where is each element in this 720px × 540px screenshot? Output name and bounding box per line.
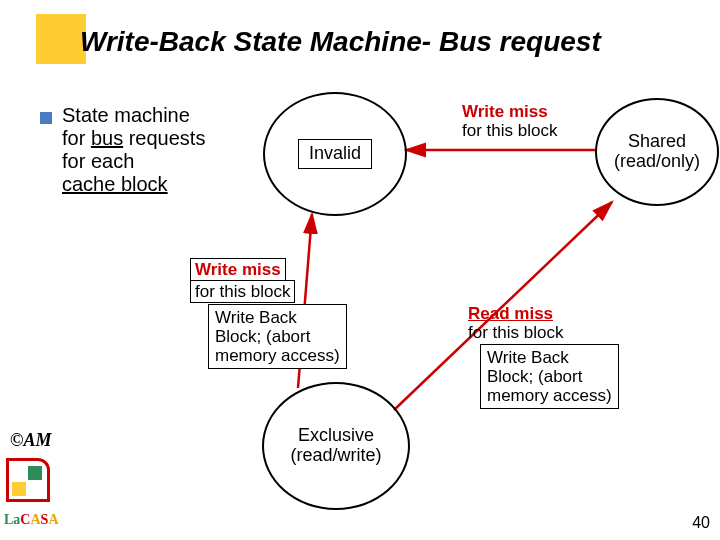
slide: Write-Back State Machine- Bus request St… xyxy=(0,0,720,540)
state-excl-l1: Exclusive xyxy=(298,425,374,445)
bullet-l4: cache block xyxy=(62,173,168,195)
state-shared: Shared (read/only) xyxy=(595,98,719,206)
edge-right-a3: memory access) xyxy=(487,386,612,405)
edge-top-sub: for this block xyxy=(462,121,557,140)
state-shared-l1: Shared xyxy=(628,131,686,151)
state-invalid-label: Invalid xyxy=(298,139,372,169)
bullet-l1: State machine xyxy=(62,104,190,126)
bullet-l2b: bus xyxy=(91,127,123,149)
lacasa-la: La xyxy=(4,512,20,527)
lacasa-c: C xyxy=(20,512,30,527)
slide-title: Write-Back State Machine- Bus request xyxy=(80,26,601,58)
bullet-l3: for each xyxy=(62,150,134,172)
state-excl-l2: (read/write) xyxy=(290,445,381,465)
edge-top-label: Write miss for this block xyxy=(462,102,557,140)
edge-right-label: Read miss for this block Write Back Bloc… xyxy=(468,304,619,409)
edge-top-hdr: Write miss xyxy=(462,102,548,121)
edge-left-sub: for this block xyxy=(190,280,295,303)
copyright-am: ©AM xyxy=(10,430,51,451)
edge-left-a1: Write Back xyxy=(215,308,297,327)
page-number: 40 xyxy=(692,514,710,532)
edge-right-sub: for this block xyxy=(468,323,563,342)
edge-left-hdr: Write miss xyxy=(190,258,286,281)
lacasa-logo xyxy=(6,458,50,502)
edge-left-a3: memory access) xyxy=(215,346,340,365)
bullet-icon xyxy=(40,112,52,124)
edge-left-label: Write miss for this block Write Back Blo… xyxy=(190,258,347,369)
edge-right-a1: Write Back xyxy=(487,348,569,367)
bullet-l2c: requests xyxy=(123,127,205,149)
lacasa-text: LaCASA xyxy=(4,512,59,528)
state-exclusive: Exclusive (read/write) xyxy=(262,382,410,510)
edge-left-a2: Block; (abort xyxy=(215,327,310,346)
bullet-text: State machine for bus requests for each … xyxy=(62,104,205,196)
edge-right-hdr: Read miss xyxy=(468,304,553,323)
state-invalid: Invalid xyxy=(263,92,407,216)
edge-right-action: Write Back Block; (abort memory access) xyxy=(480,344,619,409)
lacasa-a2: A xyxy=(48,512,58,527)
edge-left-action: Write Back Block; (abort memory access) xyxy=(208,304,347,369)
edge-right-a2: Block; (abort xyxy=(487,367,582,386)
bullet-l2a: for xyxy=(62,127,91,149)
lacasa-a: A xyxy=(30,512,40,527)
state-shared-l2: (read/only) xyxy=(614,151,700,171)
accent-square xyxy=(36,14,86,64)
